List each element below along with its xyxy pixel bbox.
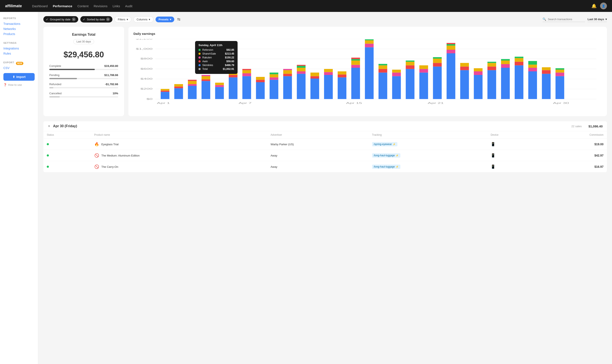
svg-rect-58 bbox=[324, 75, 333, 99]
shareasale-label: ShareASale bbox=[202, 52, 223, 55]
main-content: ✓ Grouped by date ✕ ✓ Sorted by date ✕ F… bbox=[38, 12, 612, 364]
svg-rect-65 bbox=[351, 65, 360, 68]
reports-label: REPORTS bbox=[3, 17, 35, 20]
row1-status bbox=[43, 139, 91, 150]
tracking-chip-1[interactable]: /spring-eyewear ⚡ bbox=[372, 142, 397, 146]
svg-rect-19 bbox=[174, 84, 183, 86]
svg-rect-85 bbox=[419, 69, 428, 73]
row2-commission: $42.97 bbox=[537, 150, 607, 161]
svg-rect-32 bbox=[229, 75, 237, 77]
date-group-total: $1,086.40 bbox=[588, 124, 603, 128]
product-icon-3: 🚫 bbox=[94, 164, 99, 169]
total-dot bbox=[199, 68, 200, 70]
sidebar-item-csv[interactable]: CSV bbox=[3, 65, 35, 70]
row1-product: 🔥 Eyeglass Trial bbox=[91, 139, 267, 150]
svg-rect-76 bbox=[378, 64, 387, 65]
row2-device: 📱 bbox=[487, 150, 537, 161]
mobile-icon-2: 📱 bbox=[491, 153, 495, 157]
chart-tooltip: Sunday, April 11th Refersion $92.85 Shar… bbox=[195, 41, 238, 74]
remove-grouped-icon[interactable]: ✕ bbox=[72, 17, 76, 21]
transactions-table: Status Product name Advertiser Tracking … bbox=[43, 131, 607, 172]
svg-rect-20 bbox=[188, 86, 197, 99]
svg-rect-43 bbox=[270, 77, 278, 80]
earnings-title: Earnings Total bbox=[49, 33, 118, 37]
awin-value: $59.60 bbox=[226, 60, 234, 63]
tracking-path-1: /spring-eyewear bbox=[374, 143, 392, 146]
svg-rect-106 bbox=[501, 68, 510, 99]
svg-text:Apr 21: Apr 21 bbox=[428, 102, 444, 104]
nav-content[interactable]: Content bbox=[77, 4, 89, 8]
svg-rect-36 bbox=[242, 73, 251, 76]
nav-links[interactable]: Links bbox=[113, 4, 120, 8]
col-device: Device bbox=[487, 131, 537, 139]
date-group-header[interactable]: ▼ Apr 30 (Friday) 22 sales $1,086.40 bbox=[43, 121, 607, 131]
avatar[interactable]: 👤 bbox=[600, 2, 607, 9]
pending-progress-bar bbox=[49, 78, 118, 79]
filters-button[interactable]: Filters ▾ bbox=[115, 16, 131, 23]
product-icon-2: 🚫 bbox=[94, 153, 99, 158]
how-to-link[interactable]: ❓ How to use bbox=[3, 83, 35, 86]
sidebar-item-transactions[interactable]: Transactions bbox=[3, 21, 35, 26]
svg-rect-94 bbox=[447, 44, 455, 46]
columns-button[interactable]: Columns ▾ bbox=[133, 16, 153, 23]
date-range-selector[interactable]: Last 30 days ▾ bbox=[587, 17, 607, 22]
svg-text:Apr 1: Apr 1 bbox=[157, 102, 170, 104]
svg-rect-61 bbox=[338, 77, 346, 99]
svg-rect-35 bbox=[242, 76, 251, 99]
sidebar-item-rules[interactable]: Rules bbox=[3, 51, 35, 56]
presets-button[interactable]: Presets ▾ bbox=[156, 17, 174, 22]
shareasale-dot bbox=[199, 53, 200, 55]
stat-pending-value: $11,788.66 bbox=[104, 74, 118, 77]
nav-performance[interactable]: Performance bbox=[53, 4, 72, 8]
svg-rect-28 bbox=[215, 87, 224, 99]
svg-rect-119 bbox=[542, 70, 551, 74]
svg-rect-72 bbox=[365, 39, 373, 40]
sidebar-item-integrations[interactable]: Integrations bbox=[3, 46, 35, 51]
svg-rect-80 bbox=[406, 69, 414, 99]
table-body: 🔥 Eyeglass Trial Warby Parker (US) /spri… bbox=[43, 139, 607, 172]
svg-text:$400: $400 bbox=[140, 77, 153, 80]
svg-rect-74 bbox=[378, 69, 387, 73]
import-button[interactable]: ⬆ Import bbox=[3, 73, 35, 81]
tracking-chip-3[interactable]: /long-haul-luggage ⚡ bbox=[372, 165, 400, 169]
svg-rect-104 bbox=[488, 63, 496, 66]
row1-commission: $19.00 bbox=[537, 139, 607, 150]
tooltip-date: Sunday, April 11th bbox=[199, 43, 234, 47]
layout: REPORTS Transactions Networks Products S… bbox=[0, 12, 612, 364]
svg-text:$1,000: $1,000 bbox=[136, 48, 152, 50]
tooltip-row-2: Rakuten $150.22 bbox=[199, 56, 234, 59]
svg-rect-101 bbox=[474, 68, 483, 71]
svg-rect-93 bbox=[447, 46, 455, 50]
svg-rect-53 bbox=[297, 66, 306, 68]
svg-rect-108 bbox=[501, 61, 510, 64]
svg-rect-96 bbox=[460, 70, 469, 99]
remove-sorted-icon[interactable]: ✕ bbox=[106, 17, 110, 21]
refersion-value: $92.85 bbox=[226, 48, 234, 52]
svg-rect-120 bbox=[542, 67, 551, 70]
adjust-icon[interactable]: ⇆ bbox=[176, 16, 181, 23]
svg-rect-48 bbox=[283, 70, 292, 74]
status-dot-complete-3 bbox=[47, 166, 49, 168]
grouped-by-date-chip[interactable]: ✓ Grouped by date ✕ bbox=[43, 16, 78, 23]
tracking-chip-2[interactable]: /long-haul-luggage ⚡ bbox=[372, 153, 400, 157]
svg-rect-64 bbox=[351, 68, 360, 99]
notification-icon[interactable]: 🔔 bbox=[591, 3, 597, 9]
svg-text:Apr 7: Apr 7 bbox=[239, 102, 252, 104]
status-dot-complete-2 bbox=[47, 154, 49, 156]
sidebar-item-products[interactable]: Products bbox=[3, 31, 35, 37]
search-input[interactable] bbox=[548, 18, 582, 21]
sidebar-reports-section: REPORTS Transactions Networks Products bbox=[3, 17, 35, 37]
mobile-icon-1: 📱 bbox=[491, 142, 495, 146]
sorted-by-date-chip[interactable]: ✓ Sorted by date ✕ bbox=[80, 16, 113, 23]
commission-2: $42.97 bbox=[594, 154, 603, 157]
nav-revisions[interactable]: Revisions bbox=[94, 4, 107, 8]
svg-rect-17 bbox=[174, 88, 183, 99]
sidebar-item-networks[interactable]: Networks bbox=[3, 26, 35, 31]
nav-audit[interactable]: Audit bbox=[125, 4, 133, 8]
shareasale-value: $213.45 bbox=[225, 52, 234, 55]
svg-rect-107 bbox=[501, 64, 510, 68]
svg-rect-14 bbox=[161, 92, 169, 99]
svg-rect-54 bbox=[297, 65, 306, 66]
svg-rect-59 bbox=[324, 72, 333, 75]
nav-dashboard[interactable]: Dashboard bbox=[32, 4, 48, 8]
